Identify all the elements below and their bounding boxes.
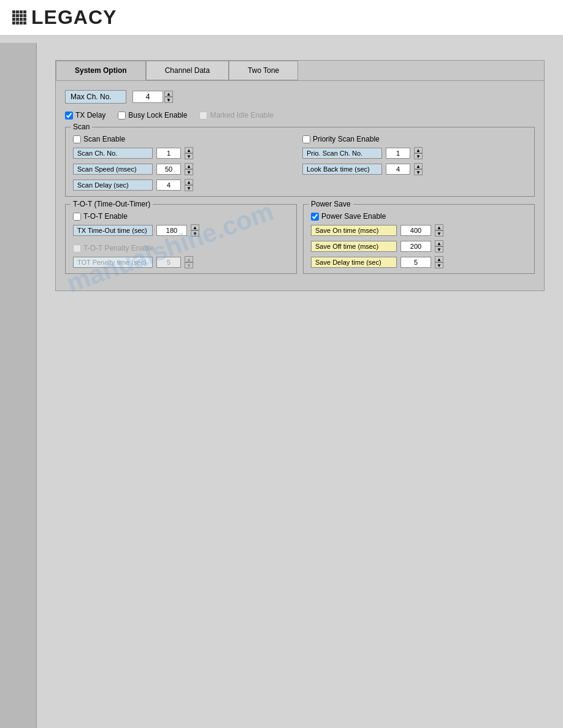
tot-group: T-O-T (Time-Out-Timer) T-O-T Enable TX T…: [65, 204, 297, 274]
tot-penalty-time-up-btn[interactable]: ▲: [185, 256, 193, 262]
prio-ch-label: Prio. Scan Ch. No.: [302, 148, 382, 159]
scan-ch-down-btn[interactable]: ▼: [185, 153, 193, 159]
scan-delay-row: Scan Delay (sec) ▲ ▼: [73, 179, 297, 191]
save-delay-up-btn[interactable]: ▲: [435, 256, 443, 262]
save-on-down-btn[interactable]: ▼: [435, 230, 443, 237]
power-save-group-title: Power Save: [308, 200, 353, 208]
scan-ch-up-btn[interactable]: ▲: [185, 147, 193, 153]
marked-idle-label: Marked Idle Enable: [210, 111, 273, 119]
header: LEGACY: [0, 0, 563, 36]
save-delay-row: Save Delay time (sec) ▲ ▼: [311, 256, 527, 268]
tot-penalty-time-label: TOT Penalty time (sec): [73, 257, 153, 268]
tot-col: T-O-T Enable TX Time-Out time (sec) ▲ ▼: [73, 212, 289, 268]
save-off-up-btn[interactable]: ▲: [435, 240, 443, 246]
main-panel: System Option Channel Data Two Tone Max …: [55, 60, 545, 291]
tot-penalty-time-input[interactable]: [156, 257, 181, 268]
scan-grid: Scan Enable Scan Ch. No. ▲ ▼: [73, 135, 527, 191]
scan-enable-label: Scan Enable: [83, 135, 125, 143]
tx-timeout-up-btn[interactable]: ▲: [191, 224, 199, 230]
max-ch-input[interactable]: [132, 91, 163, 103]
tab-system-option-label: System Option: [75, 66, 127, 75]
scan-speed-input[interactable]: [156, 164, 181, 175]
busy-lock-item: Busy Lock Enable: [118, 111, 187, 119]
tot-penalty-enable-checkbox[interactable]: [73, 245, 81, 252]
save-on-up-btn[interactable]: ▲: [435, 224, 443, 230]
save-delay-down-btn[interactable]: ▼: [435, 262, 443, 268]
power-save-group: Power Save Power Save Enable Save On tim…: [303, 204, 535, 274]
priority-scan-label: Priority Scan Enable: [313, 135, 380, 143]
tx-timeout-down-btn[interactable]: ▼: [191, 230, 199, 237]
prio-ch-row: Prio. Scan Ch. No. ▲ ▼: [302, 147, 527, 159]
power-save-enable-checkbox[interactable]: [311, 213, 319, 221]
look-back-input[interactable]: [386, 164, 410, 175]
save-on-label: Save On time (msec): [311, 225, 397, 236]
scan-delay-label: Scan Delay (sec): [73, 180, 153, 191]
prio-ch-down-btn[interactable]: ▼: [414, 153, 423, 159]
logo-grid-icon: [12, 10, 26, 25]
tab-two-tone[interactable]: Two Tone: [229, 61, 298, 80]
busy-lock-checkbox[interactable]: [118, 112, 126, 119]
look-back-label: Look Back time (sec): [302, 164, 382, 175]
scan-speed-down-btn[interactable]: ▼: [185, 169, 193, 175]
scan-enable-item: Scan Enable: [73, 135, 297, 143]
scan-delay-input[interactable]: [156, 180, 181, 191]
scan-speed-row: Scan Speed (msec) ▲ ▼: [73, 163, 297, 175]
scan-ch-row: Scan Ch. No. ▲ ▼: [73, 147, 297, 159]
bottom-groups: T-O-T (Time-Out-Timer) T-O-T Enable TX T…: [65, 204, 535, 281]
page-wrapper: LEGACY System Option Channel Data Two To…: [0, 0, 563, 728]
scan-delay-down-btn[interactable]: ▼: [185, 185, 193, 191]
max-ch-row: Max Ch. No. ▲ ▼: [65, 90, 535, 104]
tot-group-title: T-O-T (Time-Out-Timer): [71, 200, 153, 208]
save-on-input[interactable]: [400, 225, 431, 236]
tot-penalty-time-row: TOT Penalty time (sec) ▲ ▼: [73, 256, 289, 268]
save-delay-btns: ▲ ▼: [435, 256, 443, 268]
scan-enable-checkbox[interactable]: [73, 135, 81, 143]
tot-enable-label: T-O-T Enable: [83, 212, 128, 221]
priority-scan-item: Priority Scan Enable: [302, 135, 527, 143]
look-back-btns: ▲ ▼: [414, 163, 423, 175]
save-delay-input[interactable]: [400, 257, 431, 268]
tabs-bar: System Option Channel Data Two Tone: [56, 61, 544, 81]
scan-speed-btns: ▲ ▼: [185, 163, 193, 175]
tot-penalty-time-btns: ▲ ▼: [185, 256, 193, 268]
tx-delay-checkbox[interactable]: [65, 112, 73, 119]
scan-speed-up-btn[interactable]: ▲: [185, 163, 193, 169]
scan-delay-btns: ▲ ▼: [185, 179, 193, 191]
save-on-btns: ▲ ▼: [435, 224, 443, 237]
save-off-input[interactable]: [400, 241, 431, 252]
look-back-up-btn[interactable]: ▲: [414, 163, 423, 169]
tx-timeout-row: TX Time-Out time (sec) ▲ ▼: [73, 224, 289, 237]
tx-timeout-label: TX Time-Out time (sec): [73, 225, 153, 236]
scan-ch-input[interactable]: [156, 148, 181, 159]
power-save-enable-item: Power Save Enable: [311, 212, 527, 221]
priority-scan-checkbox[interactable]: [302, 135, 310, 143]
max-ch-label: Max Ch. No.: [65, 90, 126, 104]
prio-ch-btns: ▲ ▼: [414, 147, 423, 159]
look-back-down-btn[interactable]: ▼: [414, 169, 423, 175]
sidebar: [0, 43, 37, 728]
scan-delay-up-btn[interactable]: ▲: [185, 179, 193, 185]
marked-idle-checkbox[interactable]: [199, 112, 207, 119]
scan-group: Scan Scan Enable Scan Ch. No.: [65, 127, 535, 197]
prio-ch-input[interactable]: [386, 148, 410, 159]
save-off-label: Save Off time (msec): [311, 241, 397, 252]
power-save-col: Power Save Enable Save On time (msec) ▲ …: [311, 212, 527, 268]
tab-system-option[interactable]: System Option: [56, 61, 146, 80]
tot-penalty-enable-item: T-O-T Penalty Enable: [73, 244, 289, 252]
tx-delay-item: TX Delay: [65, 111, 105, 119]
prio-ch-up-btn[interactable]: ▲: [414, 147, 423, 153]
max-ch-up-btn[interactable]: ▲: [164, 91, 173, 97]
save-off-btns: ▲ ▼: [435, 240, 443, 252]
max-ch-down-btn[interactable]: ▼: [164, 97, 173, 103]
scan-group-title: Scan: [71, 123, 92, 131]
tx-timeout-btns: ▲ ▼: [191, 224, 199, 237]
tab-channel-data[interactable]: Channel Data: [146, 61, 229, 80]
save-off-down-btn[interactable]: ▼: [435, 246, 443, 252]
tot-enable-checkbox[interactable]: [73, 213, 81, 221]
tot-penalty-enable-label: T-O-T Penalty Enable: [83, 244, 154, 252]
tot-penalty-time-down-btn[interactable]: ▼: [185, 262, 193, 268]
checkbox-row: TX Delay Busy Lock Enable Marked Idle En…: [65, 111, 535, 119]
busy-lock-label: Busy Lock Enable: [128, 111, 187, 119]
tx-timeout-input[interactable]: [156, 225, 187, 236]
scan-right-col: Priority Scan Enable Prio. Scan Ch. No. …: [302, 135, 527, 191]
